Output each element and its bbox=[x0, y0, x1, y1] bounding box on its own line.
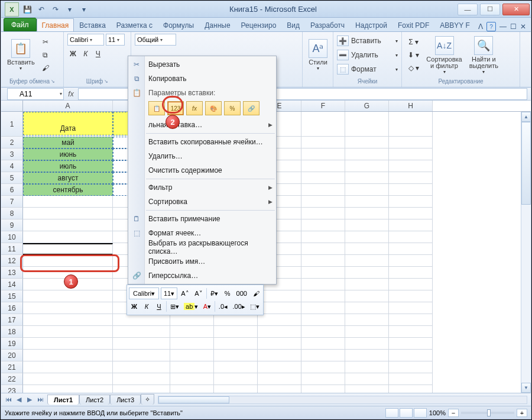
new-icon[interactable]: ▾ bbox=[64, 4, 76, 15]
row-header[interactable]: 12 bbox=[1, 255, 23, 267]
clear-icon[interactable]: ◇ ▾ bbox=[406, 62, 421, 74]
row-header[interactable]: 20 bbox=[1, 350, 23, 361]
cut-icon[interactable]: ✂ bbox=[40, 36, 51, 48]
col-header[interactable]: A bbox=[23, 101, 113, 111]
styles-button[interactable]: Aᵃ Стили▾ bbox=[306, 38, 330, 72]
row-header[interactable]: 18 bbox=[1, 326, 23, 338]
sheet-tab[interactable]: Лист3 bbox=[110, 395, 141, 405]
mini-fill-color-icon[interactable]: ab▾ bbox=[183, 301, 200, 312]
tab-home[interactable]: Главная bbox=[37, 18, 74, 31]
context-pick-from-list[interactable]: Выбрать из раскрывающегося списка… bbox=[128, 240, 276, 254]
row-header[interactable]: 13 bbox=[1, 267, 23, 279]
select-all-corner[interactable] bbox=[1, 101, 23, 111]
mini-dec-decimal[interactable]: .0◂ bbox=[217, 301, 229, 312]
zoom-out-button[interactable]: − bbox=[448, 409, 459, 417]
view-buttons[interactable] bbox=[385, 408, 427, 418]
cell[interactable]: май bbox=[23, 137, 113, 148]
minimize-button[interactable]: — bbox=[458, 4, 478, 15]
paste-option-formulas[interactable]: fx bbox=[186, 101, 203, 115]
save-icon[interactable]: 💾 bbox=[21, 4, 33, 15]
row-header[interactable]: 9 bbox=[1, 219, 23, 231]
mini-bold[interactable]: Ж bbox=[129, 301, 140, 312]
paste-option-formatting[interactable]: 🎨 bbox=[205, 101, 222, 115]
tab-view[interactable]: Вид bbox=[281, 18, 305, 31]
col-header[interactable]: G bbox=[345, 101, 389, 111]
context-format-cells[interactable]: ⬚Формат ячеек… bbox=[128, 226, 276, 240]
maximize-button[interactable]: ☐ bbox=[480, 4, 500, 15]
context-copy[interactable]: ⧉Копировать bbox=[128, 72, 276, 86]
sheet-nav[interactable]: ⏮◀▶⏭ bbox=[1, 396, 47, 403]
help-icon[interactable]: ? bbox=[486, 22, 496, 31]
tab-data[interactable]: Данные bbox=[199, 18, 235, 31]
zoom-in-button[interactable]: + bbox=[517, 409, 527, 417]
tab-formulas[interactable]: Формулы bbox=[158, 18, 199, 31]
context-insert-comment[interactable]: 🗒Вставить примечание bbox=[128, 212, 276, 226]
find-select-button[interactable]: 🔍 Найти и выделить▾ bbox=[467, 35, 501, 76]
paste-option-values[interactable]: 123 bbox=[167, 101, 184, 115]
row-header[interactable]: 14 bbox=[1, 279, 23, 290]
horizontal-scrollbar[interactable] bbox=[158, 396, 527, 404]
tab-review[interactable]: Рецензиро bbox=[236, 18, 282, 31]
tab-foxit[interactable]: Foxit PDF bbox=[392, 18, 434, 31]
col-header[interactable]: H bbox=[389, 101, 433, 111]
redo-icon[interactable]: ↷ bbox=[50, 4, 61, 15]
row-header[interactable]: 7 bbox=[1, 196, 23, 208]
italic-button[interactable]: К bbox=[80, 48, 91, 60]
mini-format-painter-icon[interactable]: 🖌 bbox=[251, 287, 261, 299]
row-header[interactable]: 19 bbox=[1, 338, 23, 350]
undo-icon[interactable]: ↶ bbox=[35, 4, 47, 15]
row-header[interactable]: 8 bbox=[1, 208, 23, 219]
paste-option-link[interactable]: 🔗 bbox=[243, 101, 259, 115]
format-cells-button[interactable]: ⬚Формат ▾ bbox=[337, 63, 398, 76]
fx-icon[interactable]: fx bbox=[64, 90, 78, 98]
font-family-combo[interactable]: Calibri▾ bbox=[67, 34, 104, 46]
name-box[interactable]: A11▾ bbox=[7, 88, 64, 100]
ribbon-minimize-icon[interactable]: ᐱ bbox=[478, 22, 483, 31]
customize-icon[interactable]: ▾ bbox=[78, 4, 90, 15]
paste-option-percent[interactable]: % bbox=[224, 101, 241, 115]
font-size-combo[interactable]: 11▾ bbox=[106, 34, 125, 46]
autosum-icon[interactable]: Σ ▾ bbox=[406, 36, 421, 48]
paste-option-clipboard[interactable]: 📋 bbox=[148, 101, 165, 115]
context-filter[interactable]: Фильтр▶ bbox=[128, 180, 276, 195]
copy-icon[interactable]: ⧉ bbox=[40, 49, 51, 61]
context-paste-special[interactable]: льная вставка…▶ bbox=[128, 118, 276, 132]
mini-grow-font[interactable]: A˄ bbox=[179, 287, 191, 299]
cell[interactable]: Дата bbox=[23, 112, 113, 135]
fill-icon[interactable]: ⬇ ▾ bbox=[406, 49, 421, 61]
context-clear[interactable]: Очистить содержимое bbox=[128, 163, 276, 177]
insert-cells-button[interactable]: ➕Вставить ▾ bbox=[337, 34, 398, 47]
mini-italic[interactable]: К bbox=[141, 301, 152, 312]
context-delete[interactable]: Удалить… bbox=[128, 149, 276, 163]
row-header[interactable]: 21 bbox=[1, 361, 23, 373]
mini-shrink-font[interactable]: A˅ bbox=[193, 287, 205, 299]
mini-borders-icon[interactable]: ⊞▾ bbox=[168, 301, 181, 312]
row-header[interactable]: 23 bbox=[1, 385, 23, 393]
tab-abbyy[interactable]: ABBYY F bbox=[434, 18, 475, 31]
new-sheet-button[interactable]: ✧ bbox=[141, 394, 154, 405]
row-header[interactable]: 17 bbox=[1, 314, 23, 326]
delete-cells-button[interactable]: ➖Удалить ▾ bbox=[337, 49, 398, 62]
row-header[interactable]: 10 bbox=[1, 231, 23, 243]
bold-button[interactable]: Ж bbox=[67, 48, 79, 60]
context-hyperlink[interactable]: 🔗Гиперссылка… bbox=[128, 269, 276, 283]
row-header[interactable]: 1 bbox=[1, 112, 23, 137]
mini-merge-icon[interactable]: ⬚▾ bbox=[248, 301, 261, 312]
vertical-scrollbar[interactable]: ▲▼ bbox=[521, 112, 531, 393]
close-button[interactable]: ✕ bbox=[502, 4, 530, 15]
mini-currency[interactable]: ₽▾ bbox=[209, 287, 220, 299]
paste-button[interactable]: 📋 Вставить ▾ bbox=[5, 38, 37, 72]
row-header[interactable]: 16 bbox=[1, 302, 23, 314]
context-cut[interactable]: ✂Вырезать bbox=[128, 57, 276, 72]
mini-size-combo[interactable]: 11 ▾ bbox=[161, 287, 177, 299]
number-format-combo[interactable]: Общий▾ bbox=[135, 34, 176, 46]
doc-minimize-icon[interactable]: — bbox=[499, 22, 507, 31]
doc-restore-icon[interactable]: ☐ bbox=[510, 22, 517, 31]
context-define-name[interactable]: Присвоить имя… bbox=[128, 254, 276, 269]
row-header[interactable]: 15 bbox=[1, 290, 23, 302]
tab-insert[interactable]: Вставка bbox=[74, 18, 111, 31]
sheet-tab[interactable]: Лист1 bbox=[47, 395, 79, 405]
tab-addins[interactable]: Надстрой bbox=[350, 18, 392, 31]
row-header[interactable]: 11 bbox=[1, 243, 23, 255]
context-insert-copied[interactable]: Вставить скопированные ячейки… bbox=[128, 135, 276, 149]
